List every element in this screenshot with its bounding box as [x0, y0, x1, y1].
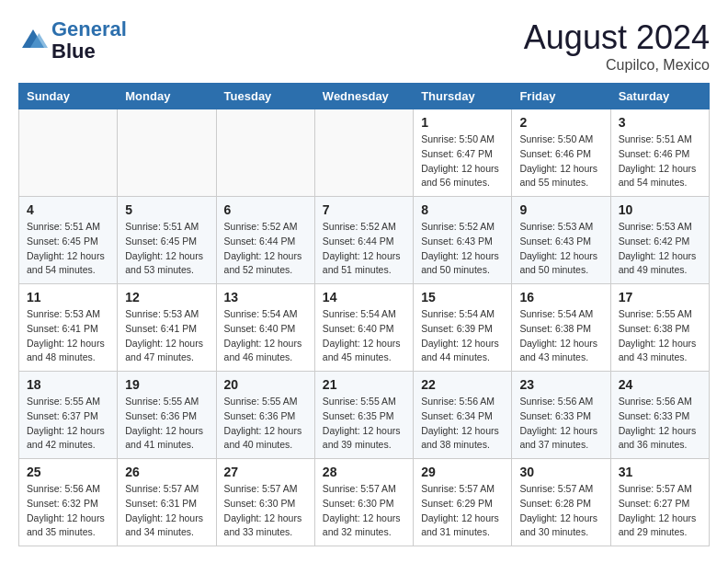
- calendar-cell: 25Sunrise: 5:56 AMSunset: 6:32 PMDayligh…: [19, 459, 118, 546]
- col-header-monday: Monday: [118, 84, 216, 109]
- day-info: Sunrise: 5:56 AMSunset: 6:34 PMDaylight:…: [421, 395, 504, 453]
- day-number: 19: [125, 377, 208, 392]
- calendar-cell: 4Sunrise: 5:51 AMSunset: 6:45 PMDaylight…: [19, 197, 118, 284]
- day-number: 26: [125, 465, 208, 479]
- calendar-cell: 21Sunrise: 5:55 AMSunset: 6:35 PMDayligh…: [314, 372, 413, 459]
- day-info: Sunrise: 5:54 AMSunset: 6:40 PMDaylight:…: [323, 307, 405, 365]
- calendar-cell: 24Sunrise: 5:56 AMSunset: 6:33 PMDayligh…: [610, 372, 709, 459]
- page-header: GeneralBlue August 2024 Cupilco, Mexico: [18, 18, 710, 74]
- day-info: Sunrise: 5:50 AMSunset: 6:47 PMDaylight:…: [421, 132, 504, 190]
- calendar-cell: 31Sunrise: 5:57 AMSunset: 6:27 PMDayligh…: [610, 459, 709, 546]
- day-number: 8: [421, 202, 504, 217]
- logo-icon: [18, 26, 48, 55]
- calendar-cell: 8Sunrise: 5:52 AMSunset: 6:43 PMDaylight…: [414, 197, 512, 284]
- day-info: Sunrise: 5:55 AMSunset: 6:35 PMDaylight:…: [323, 395, 405, 453]
- location: Cupilco, Mexico: [524, 57, 710, 74]
- calendar-cell: [118, 109, 216, 197]
- day-number: 6: [224, 202, 307, 217]
- calendar-cell: 9Sunrise: 5:53 AMSunset: 6:43 PMDaylight…: [512, 197, 610, 284]
- day-info: Sunrise: 5:51 AMSunset: 6:46 PMDaylight:…: [619, 132, 701, 190]
- calendar-cell: 26Sunrise: 5:57 AMSunset: 6:31 PMDayligh…: [118, 459, 216, 546]
- day-number: 18: [27, 377, 109, 392]
- col-header-tuesday: Tuesday: [216, 84, 314, 109]
- day-info: Sunrise: 5:53 AMSunset: 6:43 PMDaylight:…: [519, 220, 602, 278]
- calendar-cell: [314, 109, 413, 197]
- calendar-cell: 17Sunrise: 5:55 AMSunset: 6:38 PMDayligh…: [610, 284, 709, 372]
- calendar-cell: 13Sunrise: 5:54 AMSunset: 6:40 PMDayligh…: [216, 284, 314, 372]
- calendar-cell: [19, 109, 118, 197]
- calendar-cell: 12Sunrise: 5:53 AMSunset: 6:41 PMDayligh…: [118, 284, 216, 372]
- day-number: 20: [224, 377, 307, 392]
- calendar-cell: [216, 109, 314, 197]
- day-info: Sunrise: 5:56 AMSunset: 6:33 PMDaylight:…: [519, 395, 602, 453]
- calendar-cell: 29Sunrise: 5:57 AMSunset: 6:29 PMDayligh…: [414, 459, 512, 546]
- day-number: 13: [224, 290, 307, 304]
- week-row-3: 11Sunrise: 5:53 AMSunset: 6:41 PMDayligh…: [19, 284, 710, 372]
- day-number: 3: [619, 115, 701, 130]
- day-number: 17: [619, 290, 701, 304]
- day-number: 30: [519, 465, 602, 479]
- day-number: 1: [421, 115, 504, 130]
- day-info: Sunrise: 5:52 AMSunset: 6:44 PMDaylight:…: [323, 220, 405, 278]
- week-row-1: 1Sunrise: 5:50 AMSunset: 6:47 PMDaylight…: [19, 109, 710, 197]
- day-info: Sunrise: 5:52 AMSunset: 6:44 PMDaylight:…: [224, 220, 307, 278]
- day-number: 31: [619, 465, 701, 479]
- day-info: Sunrise: 5:57 AMSunset: 6:28 PMDaylight:…: [519, 482, 602, 540]
- calendar-cell: 2Sunrise: 5:50 AMSunset: 6:46 PMDaylight…: [512, 109, 610, 197]
- calendar-cell: 10Sunrise: 5:53 AMSunset: 6:42 PMDayligh…: [610, 197, 709, 284]
- day-info: Sunrise: 5:55 AMSunset: 6:36 PMDaylight:…: [224, 395, 307, 453]
- day-number: 25: [27, 465, 109, 479]
- day-info: Sunrise: 5:55 AMSunset: 6:38 PMDaylight:…: [619, 307, 701, 365]
- title-area: August 2024 Cupilco, Mexico: [524, 18, 710, 74]
- day-number: 29: [421, 465, 504, 479]
- day-info: Sunrise: 5:56 AMSunset: 6:32 PMDaylight:…: [27, 482, 109, 540]
- day-info: Sunrise: 5:50 AMSunset: 6:46 PMDaylight:…: [519, 132, 602, 190]
- col-header-friday: Friday: [512, 84, 610, 109]
- day-info: Sunrise: 5:53 AMSunset: 6:41 PMDaylight:…: [27, 307, 109, 365]
- day-number: 12: [125, 290, 208, 304]
- col-header-thursday: Thursday: [414, 84, 512, 109]
- day-info: Sunrise: 5:55 AMSunset: 6:37 PMDaylight:…: [27, 395, 109, 453]
- day-number: 9: [519, 202, 602, 217]
- day-number: 28: [323, 465, 405, 479]
- day-info: Sunrise: 5:57 AMSunset: 6:30 PMDaylight:…: [224, 482, 307, 540]
- calendar-cell: 22Sunrise: 5:56 AMSunset: 6:34 PMDayligh…: [414, 372, 512, 459]
- day-info: Sunrise: 5:51 AMSunset: 6:45 PMDaylight:…: [125, 220, 208, 278]
- calendar-cell: 6Sunrise: 5:52 AMSunset: 6:44 PMDaylight…: [216, 197, 314, 284]
- col-header-saturday: Saturday: [610, 84, 709, 109]
- day-number: 2: [519, 115, 602, 130]
- day-info: Sunrise: 5:54 AMSunset: 6:39 PMDaylight:…: [421, 307, 504, 365]
- calendar-cell: 1Sunrise: 5:50 AMSunset: 6:47 PMDaylight…: [414, 109, 512, 197]
- calendar-cell: 7Sunrise: 5:52 AMSunset: 6:44 PMDaylight…: [314, 197, 413, 284]
- day-number: 27: [224, 465, 307, 479]
- calendar-cell: 18Sunrise: 5:55 AMSunset: 6:37 PMDayligh…: [19, 372, 118, 459]
- calendar-cell: 30Sunrise: 5:57 AMSunset: 6:28 PMDayligh…: [512, 459, 610, 546]
- day-number: 15: [421, 290, 504, 304]
- day-number: 16: [519, 290, 602, 304]
- month-title: August 2024: [524, 18, 710, 57]
- calendar-cell: 3Sunrise: 5:51 AMSunset: 6:46 PMDaylight…: [610, 109, 709, 197]
- calendar-cell: 11Sunrise: 5:53 AMSunset: 6:41 PMDayligh…: [19, 284, 118, 372]
- calendar-cell: 27Sunrise: 5:57 AMSunset: 6:30 PMDayligh…: [216, 459, 314, 546]
- day-number: 24: [619, 377, 701, 392]
- day-info: Sunrise: 5:57 AMSunset: 6:30 PMDaylight:…: [323, 482, 405, 540]
- day-number: 21: [323, 377, 405, 392]
- day-number: 5: [125, 202, 208, 217]
- day-number: 11: [27, 290, 109, 304]
- calendar-cell: 23Sunrise: 5:56 AMSunset: 6:33 PMDayligh…: [512, 372, 610, 459]
- calendar-cell: 16Sunrise: 5:54 AMSunset: 6:38 PMDayligh…: [512, 284, 610, 372]
- day-info: Sunrise: 5:56 AMSunset: 6:33 PMDaylight:…: [619, 395, 701, 453]
- day-info: Sunrise: 5:54 AMSunset: 6:40 PMDaylight:…: [224, 307, 307, 365]
- calendar-cell: 14Sunrise: 5:54 AMSunset: 6:40 PMDayligh…: [314, 284, 413, 372]
- calendar-cell: 19Sunrise: 5:55 AMSunset: 6:36 PMDayligh…: [118, 372, 216, 459]
- calendar-table: SundayMondayTuesdayWednesdayThursdayFrid…: [18, 83, 710, 546]
- day-number: 14: [323, 290, 405, 304]
- header-row: SundayMondayTuesdayWednesdayThursdayFrid…: [19, 84, 710, 109]
- day-info: Sunrise: 5:53 AMSunset: 6:41 PMDaylight:…: [125, 307, 208, 365]
- day-info: Sunrise: 5:57 AMSunset: 6:27 PMDaylight:…: [619, 482, 701, 540]
- day-info: Sunrise: 5:54 AMSunset: 6:38 PMDaylight:…: [519, 307, 602, 365]
- day-number: 10: [619, 202, 701, 217]
- logo-text: GeneralBlue: [51, 18, 127, 63]
- day-info: Sunrise: 5:55 AMSunset: 6:36 PMDaylight:…: [125, 395, 208, 453]
- col-header-wednesday: Wednesday: [314, 84, 413, 109]
